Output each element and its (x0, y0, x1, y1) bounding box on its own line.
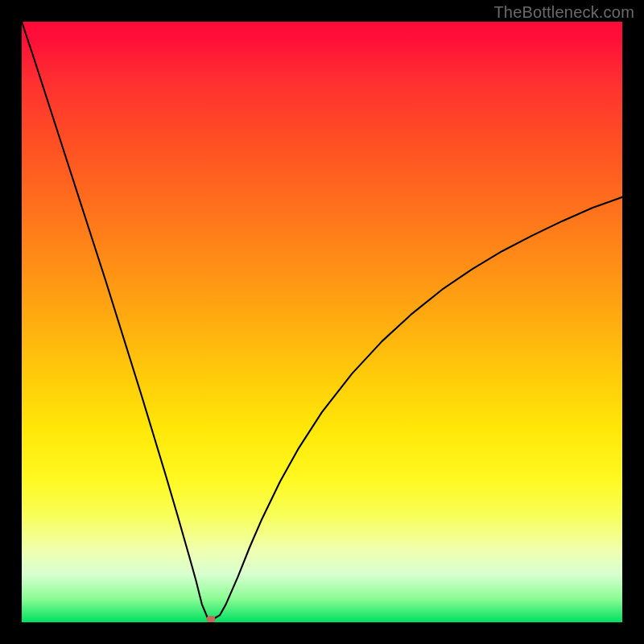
chart-plot-area (22, 22, 622, 622)
bottleneck-curve (22, 22, 622, 622)
chart-frame: TheBottleneck.com (0, 0, 644, 644)
optimal-point-marker (206, 616, 215, 622)
attribution-text: TheBottleneck.com (493, 3, 634, 22)
